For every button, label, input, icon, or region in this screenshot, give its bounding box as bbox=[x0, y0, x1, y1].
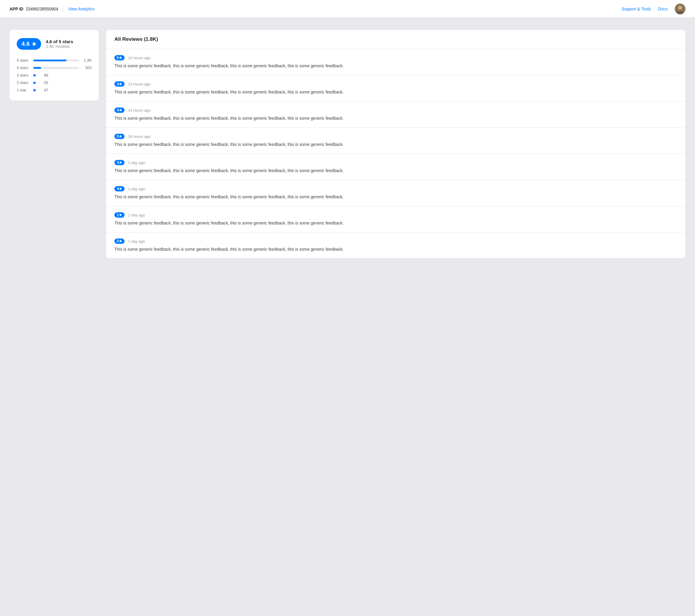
review-time: 1 day ago bbox=[128, 160, 145, 165]
review-text: This is some generic feedback, this is s… bbox=[114, 168, 677, 174]
bar-count: 302 bbox=[82, 66, 92, 70]
app-id-label: APP ID bbox=[10, 6, 23, 11]
bar-count: 47 bbox=[39, 88, 48, 92]
review-item: 2★1 day agoThis is some generic feedback… bbox=[106, 232, 685, 259]
star-bar-row: 4 stars302 bbox=[17, 66, 92, 70]
bar-count: 25 bbox=[39, 81, 48, 85]
review-text: This is some generic feedback, this is s… bbox=[114, 115, 677, 122]
bar-count: 1.3K bbox=[82, 58, 92, 63]
star-badge: 4★ bbox=[114, 186, 124, 191]
review-time: 1 day ago bbox=[128, 187, 145, 191]
rating-score: 4.6 bbox=[21, 40, 30, 47]
header-divider bbox=[63, 6, 63, 12]
star-bar-label: 5 stars bbox=[17, 58, 30, 63]
review-time: 1 day ago bbox=[128, 239, 145, 244]
review-time: 13 hours ago bbox=[128, 82, 151, 86]
review-text: This is some generic feedback, this is s… bbox=[114, 63, 677, 69]
review-text: This is some generic feedback, this is s… bbox=[114, 141, 677, 148]
review-time: 10 hours ago bbox=[128, 56, 151, 60]
review-meta: 4★14 hours ago bbox=[114, 107, 677, 113]
review-item: 5★18 hours agoThis is some generic feedb… bbox=[106, 128, 685, 154]
star-badge: 5★ bbox=[114, 134, 124, 139]
review-item: 3★1 day agoThis is some generic feedback… bbox=[106, 154, 685, 180]
rating-score-text: 4.6 of 5 stars bbox=[46, 39, 73, 44]
star-badge: 4★ bbox=[114, 81, 124, 87]
svg-point-1 bbox=[678, 6, 682, 10]
bar-container bbox=[33, 67, 79, 69]
reviews-heading: All Reviews (1.8K) bbox=[106, 30, 685, 49]
star-bar-row: 1 star47 bbox=[17, 88, 92, 92]
header-left: APP ID 23489238550904 View Analytics bbox=[10, 6, 95, 12]
header-right: Support & Tools Docs bbox=[622, 4, 686, 14]
review-meta: 3★1 day ago bbox=[114, 160, 677, 165]
star-bar-label: 1 star bbox=[17, 88, 30, 92]
review-item: 1★1 day agoThis is some generic feedback… bbox=[106, 206, 685, 232]
view-analytics-link[interactable]: View Analytics bbox=[68, 6, 95, 11]
support-tools-link[interactable]: Support & Tools bbox=[622, 6, 651, 11]
app-header: APP ID 23489238550904 View Analytics Sup… bbox=[0, 0, 695, 18]
review-time: 14 hours ago bbox=[128, 108, 151, 112]
docs-link[interactable]: Docs bbox=[658, 6, 667, 11]
bar-count: 98 bbox=[39, 73, 48, 77]
rating-top: 4.6 ★ 4.6 of 5 stars 1.8K reviews bbox=[17, 38, 92, 50]
star-bars: 5 stars1.3K4 stars3023 stars982 stars251… bbox=[17, 58, 92, 92]
review-text: This is some generic feedback, this is s… bbox=[114, 194, 677, 200]
review-meta: 2★1 day ago bbox=[114, 239, 677, 244]
review-meta: 5★18 hours ago bbox=[114, 134, 677, 139]
star-badge: 5★ bbox=[114, 55, 124, 60]
review-meta: 5★10 hours ago bbox=[114, 55, 677, 60]
star-badge: 1★ bbox=[114, 212, 124, 218]
dot-indicator bbox=[33, 89, 36, 91]
reviews-panel: All Reviews (1.8K) 5★10 hours agoThis is… bbox=[106, 30, 685, 259]
bar-fill bbox=[33, 67, 41, 69]
review-text: This is some generic feedback, this is s… bbox=[114, 220, 677, 226]
review-text: This is some generic feedback, this is s… bbox=[114, 89, 677, 95]
star-badge: 4★ bbox=[114, 107, 124, 113]
star-bar-label: 3 stars bbox=[17, 73, 30, 77]
review-time: 1 day ago bbox=[128, 213, 145, 217]
star-bar-label: 2 stars bbox=[17, 81, 30, 85]
main-content: 4.6 ★ 4.6 of 5 stars 1.8K reviews 5 star… bbox=[0, 18, 695, 270]
review-meta: 4★1 day ago bbox=[114, 186, 677, 191]
review-item: 4★13 hours agoThis is some generic feedb… bbox=[106, 75, 685, 102]
review-meta: 1★1 day ago bbox=[114, 212, 677, 218]
star-badge: 2★ bbox=[114, 239, 124, 244]
app-id-value: 23489238550904 bbox=[26, 6, 58, 11]
star-bar-label: 4 stars bbox=[17, 66, 30, 70]
star-bar-row: 2 stars25 bbox=[17, 81, 92, 85]
star-badge: 3★ bbox=[114, 160, 124, 165]
rating-summary: 4.6 of 5 stars 1.8K reviews bbox=[46, 39, 73, 49]
rating-badge: 4.6 ★ bbox=[17, 38, 41, 50]
bar-container bbox=[33, 59, 79, 61]
review-item: 5★10 hours agoThis is some generic feedb… bbox=[106, 49, 685, 75]
review-meta: 4★13 hours ago bbox=[114, 81, 677, 87]
reviews-list: 5★10 hours agoThis is some generic feedb… bbox=[106, 49, 685, 259]
dot-indicator bbox=[33, 82, 36, 84]
rating-card: 4.6 ★ 4.6 of 5 stars 1.8K reviews 5 star… bbox=[10, 30, 99, 101]
dot-indicator bbox=[33, 74, 36, 76]
avatar[interactable] bbox=[675, 4, 685, 14]
review-item: 4★14 hours agoThis is some generic feedb… bbox=[106, 102, 685, 128]
rating-reviews-count: 1.8K reviews bbox=[46, 44, 73, 49]
review-text: This is some generic feedback, this is s… bbox=[114, 246, 677, 252]
avatar-image bbox=[675, 4, 685, 14]
review-time: 18 hours ago bbox=[128, 134, 151, 139]
rating-star-icon: ★ bbox=[32, 41, 36, 47]
star-bar-row: 5 stars1.3K bbox=[17, 58, 92, 63]
bar-fill bbox=[33, 59, 66, 61]
review-item: 4★1 day agoThis is some generic feedback… bbox=[106, 180, 685, 206]
star-bar-row: 3 stars98 bbox=[17, 73, 92, 77]
